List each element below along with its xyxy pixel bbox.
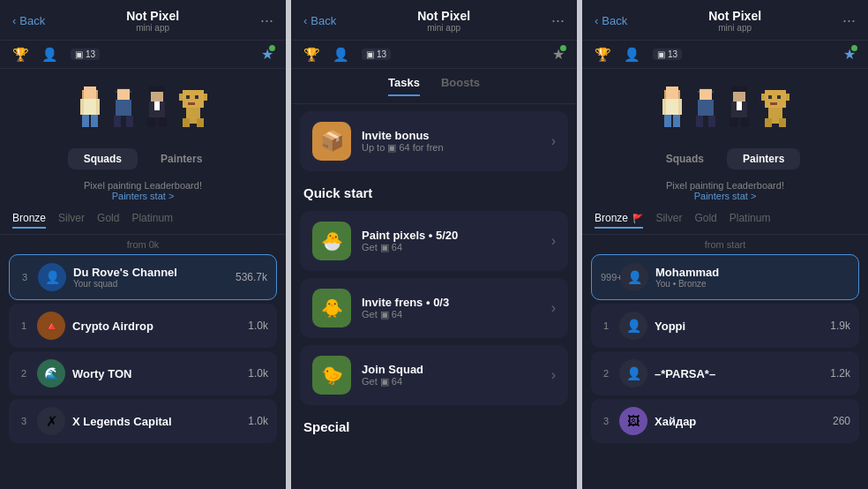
trophy-icon-left[interactable]: 🏆: [12, 47, 29, 63]
quick-start-label: Quick start: [291, 178, 577, 204]
painters-tab-right[interactable]: Painters: [727, 148, 800, 169]
svg-rect-40: [708, 116, 715, 127]
special-label: Special: [291, 412, 577, 438]
trophy-icon-mid[interactable]: 🏆: [303, 47, 320, 63]
char2-icon: [108, 87, 138, 127]
rank-3: 3: [18, 416, 30, 426]
svg-rect-46: [741, 117, 749, 127]
list-item-r1[interactable]: 1 👤 Yoppi 1.9k: [591, 304, 859, 348]
item-info-0: Du Rove's Channel Your squad: [73, 266, 236, 289]
avatar-r2: 👤: [619, 359, 647, 387]
svg-rect-33: [664, 115, 671, 127]
nav-badge-mid[interactable]: ▣ 13: [362, 49, 391, 60]
svg-rect-12: [126, 116, 133, 127]
painters-stat-link-left[interactable]: Painters stat >: [112, 191, 175, 201]
silver-tab-left[interactable]: Silver: [58, 212, 85, 229]
back-button-right[interactable]: ‹ Back: [595, 14, 627, 27]
bronze-tab-right[interactable]: Bronze 🚩: [595, 212, 643, 229]
badge-count-left: 13: [86, 49, 95, 59]
star-icon-left[interactable]: ★: [261, 46, 273, 63]
paint-pixels-card[interactable]: 🐣 Paint pixels • 5/20 Get ▣ 64 ›: [300, 211, 568, 271]
avatar-r1: 👤: [619, 312, 647, 340]
list-item-1[interactable]: 1 🔺 Crypto Airdrop 1.0k: [9, 304, 277, 348]
menu-dots-right[interactable]: ···: [842, 11, 856, 30]
panel-right: ‹ Back Not Pixel mini app ··· 🏆 👤 ▣ 13 ★: [582, 0, 868, 489]
person-icon-mid[interactable]: 👤: [333, 47, 349, 63]
squads-tab-right[interactable]: Squads: [650, 148, 720, 169]
paint-pixels-title: Paint pixels • 5/20: [362, 229, 541, 242]
bronze-flag-icon: 🚩: [632, 214, 643, 223]
platinum-tab-left[interactable]: Platinum: [131, 212, 173, 229]
svg-rect-27: [188, 102, 195, 105]
divider-2: [579, 0, 580, 489]
online-dot-mid: [560, 45, 566, 51]
menu-dots-left[interactable]: ···: [260, 11, 273, 30]
svg-rect-44: [737, 102, 742, 110]
squads-tab-left[interactable]: Squads: [68, 148, 138, 169]
paint-pixels-sub: Get ▣ 64: [362, 242, 541, 253]
list-item-2[interactable]: 2 🌊 Worty TON 1.0k: [9, 351, 277, 395]
avatar-r0: 👤: [620, 263, 648, 291]
item-name-3: X Legends Capital: [72, 415, 248, 428]
invite-frens-title: Invite frens • 0/3: [362, 296, 541, 309]
gold-tab-right[interactable]: Gold: [694, 212, 716, 229]
rchar3-icon: [724, 87, 754, 127]
rchar1-icon: [657, 87, 687, 127]
avatar-2: 🌊: [37, 359, 65, 387]
svg-rect-42: [731, 87, 747, 92]
panels-container: ‹ Back Not Pixel mini app ··· 🏆 👤 ▣ 13 ★: [0, 0, 868, 489]
app-title-left: Not Pixel: [126, 9, 179, 23]
invite-bonus-card[interactable]: 📦 Invite bonus Up to ▣ 64 for fren ›: [300, 111, 568, 171]
rchar4-icon: [758, 87, 793, 127]
item-name-1: Crypto Airdrop: [72, 320, 248, 333]
list-item-0[interactable]: 3 👤 Du Rove's Channel Your squad 536.7k: [9, 254, 277, 300]
app-title-right: Not Pixel: [708, 9, 761, 23]
nav-badge-left[interactable]: ▣ 13: [71, 49, 100, 60]
item-score-0: 536.7k: [236, 271, 267, 283]
invite-bonus-sub: Up to ▣ 64 for fren: [362, 142, 541, 154]
bronze-tab-left[interactable]: Bronze: [12, 212, 46, 229]
person-icon-left[interactable]: 👤: [41, 47, 58, 63]
item-score-r1: 1.9k: [830, 320, 850, 332]
invite-frens-icon: 🐥: [312, 289, 351, 327]
back-button-left[interactable]: ‹ Back: [12, 14, 45, 27]
back-button-middle[interactable]: ‹ Back: [303, 14, 336, 27]
paint-pixels-icon: 🐣: [312, 222, 351, 260]
join-squad-card[interactable]: 🐤 Join Squad Get ▣ 64 ›: [300, 345, 568, 405]
item-info-r2: –*PARSA*–: [655, 367, 830, 380]
badge-icon-right: ▣: [657, 49, 665, 59]
rank-r0: 999+: [601, 272, 613, 282]
trophy-icon-right[interactable]: 🏆: [595, 47, 611, 63]
list-item-r2[interactable]: 2 👤 –*PARSA*– 1.2k: [591, 351, 859, 395]
tasks-tab[interactable]: Tasks: [388, 76, 420, 96]
lb-info-left: Pixel painting Leaderboard! Painters sta…: [0, 177, 286, 207]
svg-rect-29: [664, 90, 666, 99]
invite-frens-arrow: ›: [551, 300, 556, 316]
lb-text-right: Pixel painting Leaderboard!: [666, 180, 784, 191]
painters-stat-link-right[interactable]: Painters stat >: [694, 191, 757, 201]
person-icon-right[interactable]: 👤: [624, 47, 640, 63]
painters-tab-left[interactable]: Painters: [145, 148, 218, 169]
chevron-left-icon-right: ‹: [595, 14, 598, 27]
list-item-r0[interactable]: 999+ 👤 Mohammad You • Bronze: [591, 254, 859, 300]
title-block-left: Not Pixel mini app: [126, 9, 179, 33]
panel-middle: ‹ Back Not Pixel mini app ··· 🏆 👤 ▣ 13 ★…: [291, 0, 577, 489]
invite-frens-card[interactable]: 🐥 Invite frens • 0/3 Get ▣ 64 ›: [300, 278, 568, 338]
svg-rect-23: [183, 118, 190, 127]
menu-dots-middle[interactable]: ···: [551, 11, 565, 30]
gold-tab-left[interactable]: Gold: [97, 212, 119, 229]
main-tabs-right: Squads Painters: [582, 141, 868, 177]
platinum-tab-right[interactable]: Platinum: [730, 212, 771, 229]
list-item-3[interactable]: 3 ✗ X Legends Capital 1.0k: [9, 399, 277, 443]
item-info-2: Worty TON: [72, 367, 248, 380]
item-name-r1: Yoppi: [655, 320, 830, 333]
star-icon-right[interactable]: ★: [843, 46, 856, 63]
boosts-tab[interactable]: Boosts: [441, 76, 480, 96]
star-icon-mid[interactable]: ★: [552, 46, 565, 63]
nav-badge-right[interactable]: ▣ 13: [653, 49, 682, 60]
avatar-0: 👤: [38, 263, 66, 291]
silver-tab-right[interactable]: Silver: [655, 212, 682, 229]
badge-icon-left: ▣: [75, 49, 83, 59]
list-item-r3[interactable]: 3 🖼 Хайдар 260: [591, 399, 859, 443]
rank-0: 3: [19, 272, 31, 282]
